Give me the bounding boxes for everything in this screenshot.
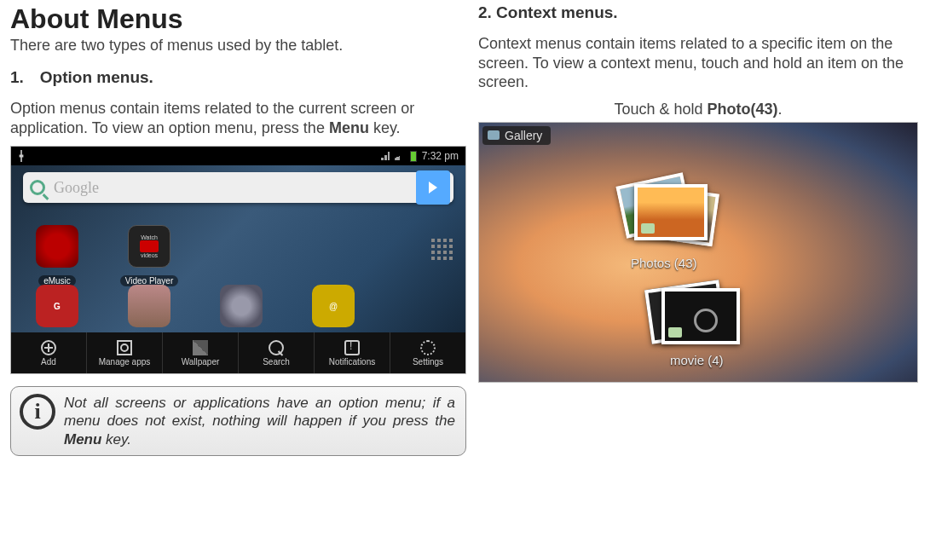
email-icon: @ — [312, 285, 355, 327]
wifi-icon — [395, 152, 405, 160]
app-row-1: eMusic Watch videos Video Player — [23, 225, 453, 288]
search-placeholder: Google — [54, 179, 99, 197]
option-add[interactable]: Add — [11, 332, 87, 373]
usb-icon — [18, 150, 25, 162]
wallpaper-icon — [193, 340, 208, 355]
emusic-icon — [36, 225, 78, 268]
video-player-icon: Watch videos — [128, 225, 170, 268]
app-video-player[interactable]: Watch videos Video Player — [115, 225, 183, 288]
page-title: About Menus — [10, 3, 466, 35]
option-notifications[interactable]: Notifications — [315, 332, 390, 373]
app-emusic[interactable]: eMusic — [23, 225, 91, 288]
option-manage-apps[interactable]: Manage apps — [87, 332, 163, 373]
manage-apps-icon — [117, 340, 132, 355]
signal-icon — [381, 152, 390, 160]
search-bar[interactable]: Google — [23, 172, 453, 203]
search-menu-icon — [269, 340, 284, 355]
right-column: 2. Context menus. Context menus contain … — [475, 3, 927, 557]
section-2-heading: 2. Context menus. — [478, 3, 918, 22]
settings-icon — [420, 340, 436, 355]
search-icon — [30, 180, 45, 195]
camera-icon — [220, 285, 263, 327]
info-note: i Not all screens or applications have a… — [10, 386, 466, 456]
option-search[interactable]: Search — [239, 332, 315, 373]
notifications-icon — [344, 340, 360, 355]
add-icon — [41, 340, 56, 355]
movies-stack-label: movie (4) — [670, 353, 724, 367]
getjar-icon: G — [36, 285, 78, 327]
section-2-body: Context menus contain items related to a… — [478, 34, 918, 92]
option-menu-bar: Add Manage apps Wallpaper Search Notific… — [11, 332, 465, 373]
arrow-right-icon — [429, 182, 437, 193]
photos-stack-label: Photos (43) — [631, 256, 697, 270]
option-settings[interactable]: Settings — [390, 332, 465, 373]
intro-text: There are two types of menus used by the… — [10, 37, 466, 55]
aldiko-icon — [128, 285, 170, 327]
status-bar: 7:32 pm — [11, 147, 465, 165]
left-column: About Menus There are two types of menus… — [2, 3, 475, 557]
option-wallpaper[interactable]: Wallpaper — [163, 332, 239, 373]
info-icon: i — [20, 394, 55, 430]
movie-thumb-icon — [661, 288, 740, 344]
gallery-stack-movies[interactable]: movie (4) — [658, 288, 736, 344]
photo-thumb-icon — [634, 184, 708, 240]
app-drawer-icon[interactable] — [431, 239, 453, 261]
search-go-button[interactable] — [416, 170, 450, 205]
section-1-heading: 1. Option menus. — [10, 68, 466, 87]
section-1-body: Option menus contain items related to th… — [10, 99, 466, 137]
gallery-caption: Touch & hold Photo(43). — [478, 101, 918, 118]
context-menu-screenshot: Gallery Photos (43) movie (4) — [478, 122, 918, 383]
gallery-header[interactable]: Gallery — [482, 126, 551, 145]
clock-text: 7:32 pm — [422, 150, 459, 162]
option-menu-screenshot: 7:32 pm Google eMusic Watch videos Video… — [10, 146, 466, 374]
battery-icon — [410, 151, 417, 162]
